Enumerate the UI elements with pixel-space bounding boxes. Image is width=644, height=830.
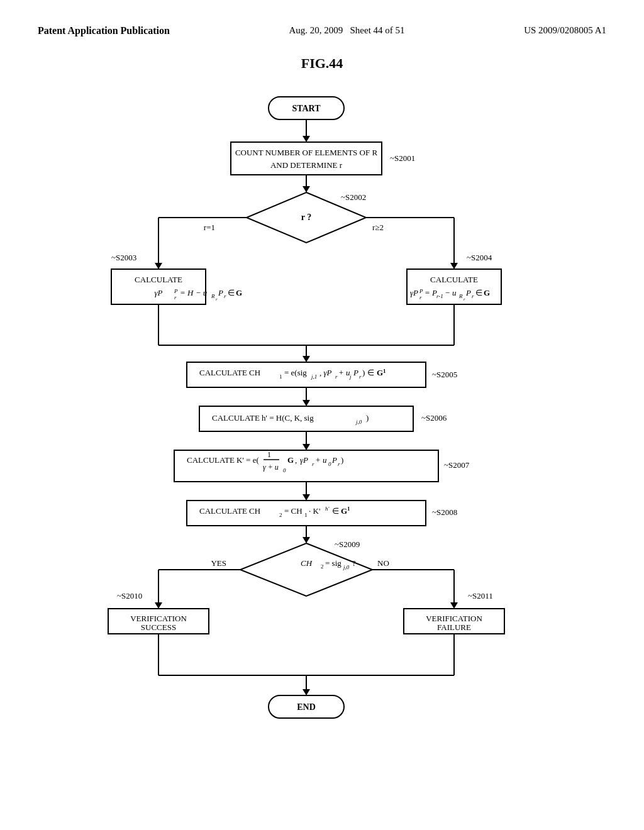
svg-text:YES: YES <box>211 558 226 568</box>
svg-text:= H − u: = H − u <box>180 288 208 297</box>
svg-marker-109 <box>303 537 310 543</box>
svg-marker-3 <box>303 136 310 142</box>
svg-text:j,1: j,1 <box>311 374 317 380</box>
header-left: Patent Application Publication <box>38 25 170 36</box>
svg-marker-78 <box>303 444 310 450</box>
svg-text:SUCCESS: SUCCESS <box>141 622 176 632</box>
svg-text:2: 2 <box>279 512 282 518</box>
svg-text:G: G <box>377 368 383 377</box>
svg-text:= CH: = CH <box>284 506 303 516</box>
svg-text:?: ? <box>352 558 356 568</box>
svg-text:j: j <box>349 374 352 380</box>
svg-text:= e(sig: = e(sig <box>284 368 307 377</box>
svg-text:0: 0 <box>328 461 331 467</box>
svg-text:∈: ∈ <box>475 288 482 297</box>
svg-marker-138 <box>303 689 310 695</box>
svg-marker-125 <box>450 602 458 609</box>
header-sheet: Sheet 44 of 51 <box>350 25 404 35</box>
svg-text:1: 1 <box>267 450 271 459</box>
svg-marker-54 <box>303 356 310 362</box>
svg-text:r≥2: r≥2 <box>372 223 384 232</box>
svg-text:r: r <box>338 461 340 467</box>
svg-text:P: P <box>218 288 223 297</box>
svg-marker-71 <box>303 400 310 406</box>
svg-text:r: r <box>464 297 465 302</box>
svg-text:VERIFICATION: VERIFICATION <box>426 614 482 623</box>
svg-text:0: 0 <box>283 467 286 473</box>
svg-text:NO: NO <box>377 558 389 568</box>
svg-text:+ u: + u <box>338 368 350 377</box>
svg-text:): ) <box>341 455 343 465</box>
svg-text:1: 1 <box>383 368 386 374</box>
svg-text:,: , <box>295 455 297 465</box>
svg-text:P: P <box>353 368 358 377</box>
svg-text:): ) <box>366 413 369 423</box>
svg-text:CH: CH <box>301 558 313 568</box>
svg-text:AND DETERMINE r: AND DETERMINE r <box>270 160 343 170</box>
svg-text:CALCULATE: CALCULATE <box>135 275 182 284</box>
svg-text:P: P <box>465 288 471 297</box>
svg-text:r: r <box>174 294 177 301</box>
svg-text:P: P <box>419 288 423 294</box>
svg-text:P: P <box>174 288 178 294</box>
svg-text:P: P <box>331 455 337 465</box>
svg-text:~S2005: ~S2005 <box>432 370 457 379</box>
svg-marker-96 <box>303 494 310 501</box>
svg-text:CALCULATE  K' = e(: CALCULATE K' = e( <box>187 455 259 465</box>
svg-rect-4 <box>231 142 382 175</box>
svg-text:~S2003: ~S2003 <box>111 253 136 262</box>
svg-text:END: END <box>297 702 316 712</box>
svg-text:R: R <box>211 293 215 299</box>
svg-text:G: G <box>484 288 490 297</box>
svg-text:= P: = P <box>425 288 437 297</box>
svg-text:~S2004: ~S2004 <box>467 253 492 262</box>
svg-text:= sig: = sig <box>325 558 341 568</box>
svg-text:R: R <box>458 293 463 299</box>
header-right: US 2009/0208005 A1 <box>524 25 606 36</box>
svg-text:1: 1 <box>347 506 350 512</box>
svg-text:r: r <box>224 293 226 299</box>
page: Patent Application Publication Aug. 20, … <box>0 0 644 830</box>
svg-text:G: G <box>236 288 242 297</box>
svg-text:CALCULATE  CH: CALCULATE CH <box>199 368 260 377</box>
svg-text:· K': · K' <box>309 506 320 516</box>
svg-text:r: r <box>472 293 474 299</box>
svg-text:∈: ∈ <box>332 506 339 516</box>
svg-text:r-1: r-1 <box>436 293 443 299</box>
svg-text:~S2011: ~S2011 <box>468 591 493 600</box>
svg-text:G: G <box>341 506 347 516</box>
header-date: Aug. 20, 2009 <box>289 25 343 35</box>
svg-text:r: r <box>335 374 338 380</box>
figure-title: FIG.44 <box>38 55 606 72</box>
svg-text:r: r <box>216 297 218 302</box>
svg-marker-20 <box>450 263 458 269</box>
svg-text:~S2002: ~S2002 <box>341 192 366 202</box>
svg-text:START: START <box>292 104 321 113</box>
svg-text:CALCULATE  h' = H(C, K, sig: CALCULATE h' = H(C, K, sig <box>212 413 314 423</box>
svg-text:∈: ∈ <box>228 288 235 297</box>
svg-text:VERIFICATION: VERIFICATION <box>130 614 187 623</box>
svg-text:r=1: r=1 <box>204 223 215 232</box>
svg-text:2: 2 <box>321 563 324 570</box>
svg-text:~S2009: ~S2009 <box>335 540 360 549</box>
header-center: Aug. 20, 2009 Sheet 44 of 51 <box>289 25 404 36</box>
svg-text:~S2010: ~S2010 <box>117 591 142 600</box>
svg-text:~S2006: ~S2006 <box>421 413 447 423</box>
svg-text:h': h' <box>325 506 330 512</box>
svg-text:+ u: + u <box>315 455 327 465</box>
svg-text:r: r <box>419 294 422 301</box>
svg-marker-121 <box>155 602 162 609</box>
svg-text:COUNT NUMBER OF ELEMENTS OF R: COUNT NUMBER OF ELEMENTS OF R <box>235 148 378 157</box>
svg-text:j,0: j,0 <box>343 564 350 570</box>
svg-marker-17 <box>155 263 162 269</box>
svg-text:, γP: , γP <box>319 368 332 377</box>
svg-text:FAILURE: FAILURE <box>437 622 471 632</box>
header: Patent Application Publication Aug. 20, … <box>38 25 606 36</box>
svg-text:γ + u: γ + u <box>263 463 279 472</box>
svg-text:γP: γP <box>154 288 162 297</box>
svg-text:γP: γP <box>410 288 418 297</box>
svg-text:CALCULATE: CALCULATE <box>430 275 478 284</box>
svg-text:r: r <box>312 461 314 467</box>
svg-text:) ∈: ) ∈ <box>362 368 374 377</box>
svg-marker-9 <box>303 186 310 192</box>
